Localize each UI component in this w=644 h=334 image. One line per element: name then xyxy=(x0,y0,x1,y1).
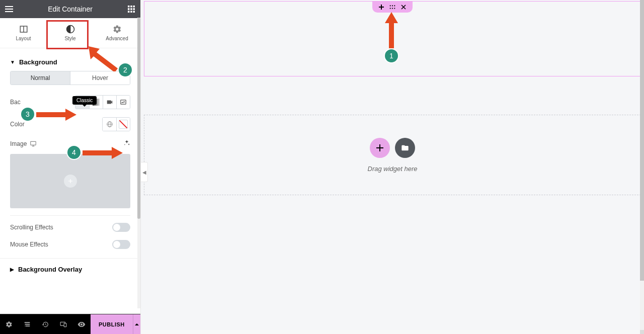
svg-point-26 xyxy=(392,5,393,6)
ai-sparkle-icon[interactable] xyxy=(123,139,130,148)
apps-grid-icon[interactable] xyxy=(126,4,136,14)
svg-rect-2 xyxy=(5,11,13,12)
container-handle xyxy=(372,2,413,13)
state-segmented: Normal Hover xyxy=(10,71,130,85)
global-color-button[interactable] xyxy=(103,118,116,131)
scrolling-effects-row: Scrolling Effects xyxy=(0,219,140,236)
annotation-badge-3: 3 xyxy=(20,107,35,122)
scrolling-effects-label: Scrolling Effects xyxy=(10,224,53,231)
editor-panel: Edit Container Layout Style Advanced ▼ xyxy=(0,0,141,334)
caret-right-icon: ▶ xyxy=(10,267,14,272)
publish-button[interactable]: PUBLISH xyxy=(91,314,133,334)
svg-rect-5 xyxy=(133,6,135,8)
background-type-label: Bac xyxy=(10,99,21,106)
add-widget-button[interactable] xyxy=(370,138,390,158)
annotation-arrow-2 xyxy=(89,46,120,71)
section-background-overlay[interactable]: ▶ Background Overlay xyxy=(0,258,140,280)
svg-rect-9 xyxy=(128,11,130,13)
panel-title: Edit Container xyxy=(14,5,126,13)
svg-rect-10 xyxy=(130,11,132,13)
delete-section-button[interactable] xyxy=(400,4,407,10)
annotation-arrow-4 xyxy=(83,147,123,159)
panel-scrollbar[interactable] xyxy=(137,18,140,308)
preview-icon[interactable] xyxy=(72,314,91,335)
svg-rect-6 xyxy=(128,8,130,10)
state-normal[interactable]: Normal xyxy=(11,71,70,85)
scrolling-effects-toggle[interactable] xyxy=(112,223,130,232)
annotation-arrow-3 xyxy=(36,109,76,121)
widget-drop-zone[interactable]: Drag widget here xyxy=(144,115,641,195)
color-swatch-button[interactable] xyxy=(116,118,130,131)
canvas-v-scrollbar-thumb[interactable] xyxy=(640,0,644,281)
tab-advanced[interactable]: Advanced xyxy=(94,18,140,48)
canvas-h-scrollbar[interactable] xyxy=(141,330,640,334)
annotation-badge-4: 4 xyxy=(66,145,82,160)
tab-layout-label: Layout xyxy=(16,36,31,41)
tooltip-classic: Classic xyxy=(72,96,97,105)
svg-marker-35 xyxy=(36,109,76,121)
svg-rect-8 xyxy=(133,8,135,10)
hamburger-icon[interactable] xyxy=(4,4,14,14)
svg-rect-7 xyxy=(130,8,132,10)
panel-content: ▼ Background Normal Hover Bac xyxy=(0,48,140,314)
svg-point-29 xyxy=(392,8,393,9)
tab-advanced-label: Advanced xyxy=(106,36,128,41)
svg-marker-36 xyxy=(83,147,123,159)
svg-rect-0 xyxy=(5,6,13,7)
tab-style[interactable]: Style xyxy=(47,18,94,48)
template-library-button[interactable] xyxy=(395,138,415,158)
responsive-icon[interactable] xyxy=(54,314,72,335)
mouse-effects-row: Mouse Effects xyxy=(0,236,140,258)
no-color-icon xyxy=(119,120,128,129)
section-background-label: Background xyxy=(19,58,57,66)
svg-point-30 xyxy=(394,8,395,9)
color-control xyxy=(102,117,130,131)
annotation-badge-2: 2 xyxy=(118,62,133,77)
svg-point-25 xyxy=(390,5,391,6)
scrollbar-corner xyxy=(640,330,644,334)
svg-rect-20 xyxy=(31,141,36,145)
canvas-v-scrollbar[interactable] xyxy=(640,0,644,330)
bg-type-video[interactable] xyxy=(103,96,116,109)
panel-footer: PUBLISH xyxy=(0,314,140,334)
svg-marker-33 xyxy=(385,12,398,48)
image-label: Image xyxy=(10,140,27,147)
svg-rect-11 xyxy=(133,11,135,13)
svg-rect-1 xyxy=(5,9,13,10)
svg-point-27 xyxy=(394,5,395,6)
color-label: Color xyxy=(10,121,25,128)
tab-style-label: Style xyxy=(64,36,75,41)
mouse-effects-label: Mouse Effects xyxy=(10,241,48,248)
svg-marker-34 xyxy=(89,46,118,71)
responsive-desktop-icon[interactable] xyxy=(30,140,37,147)
panel-header: Edit Container xyxy=(0,0,140,18)
bg-type-slideshow[interactable] xyxy=(116,96,130,109)
image-upload-well[interactable] xyxy=(10,154,130,208)
annotation-badge-1: 1 xyxy=(384,48,399,63)
svg-rect-24 xyxy=(64,323,66,326)
svg-rect-3 xyxy=(128,6,130,8)
caret-down-icon: ▼ xyxy=(10,59,15,65)
history-icon[interactable] xyxy=(36,314,54,335)
image-add-icon xyxy=(64,175,77,188)
annotation-arrow-1 xyxy=(384,12,399,48)
settings-icon[interactable] xyxy=(0,314,18,335)
navigator-icon[interactable] xyxy=(18,314,36,335)
collapse-panel-button[interactable]: ◀ xyxy=(141,162,148,182)
mouse-effects-toggle[interactable] xyxy=(112,240,130,249)
svg-point-28 xyxy=(390,8,391,9)
drag-handle-icon[interactable] xyxy=(389,4,395,10)
svg-rect-4 xyxy=(130,6,132,8)
section-background-overlay-label: Background Overlay xyxy=(18,266,82,273)
add-section-button[interactable] xyxy=(378,4,384,10)
panel-tabs: Layout Style Advanced xyxy=(0,18,140,48)
tab-layout[interactable]: Layout xyxy=(0,18,47,48)
publish-options-button[interactable] xyxy=(133,314,140,334)
drop-zone-text: Drag widget here xyxy=(368,165,418,173)
